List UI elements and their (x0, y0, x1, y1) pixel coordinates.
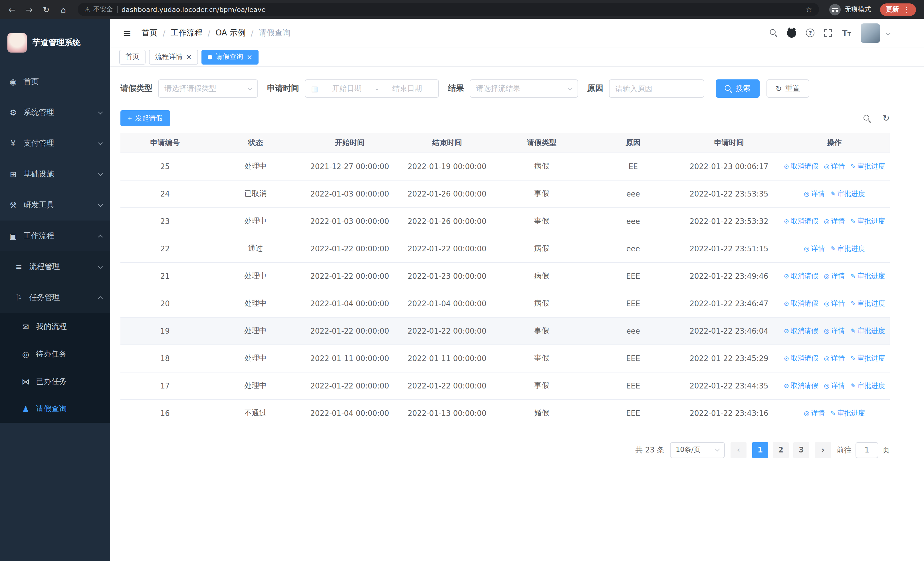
action-label: 详情 (831, 326, 844, 335)
chevron-down-icon (98, 140, 103, 145)
action-cancel-link[interactable]: ⊘取消请假 (784, 381, 818, 391)
action-cancel-link[interactable]: ⊘取消请假 (784, 326, 818, 335)
action-progress-link[interactable]: ✎审批进度 (850, 326, 885, 335)
cell-type: 事假 (496, 344, 588, 372)
back-icon[interactable]: ← (4, 2, 20, 17)
create-leave-button[interactable]: + 发起请假 (120, 110, 170, 126)
toggle-search-icon[interactable] (864, 114, 871, 122)
security-label: 不安全 (93, 5, 113, 14)
sidebar-item-done-tasks[interactable]: ⋈已办任务 (0, 368, 110, 396)
page-size-select[interactable]: 10条/页 (670, 442, 725, 458)
bookmark-star-icon[interactable]: ☆ (806, 5, 812, 14)
sidebar-item-workflow[interactable]: ▣工作流程 (0, 221, 110, 251)
action-detail-link[interactable]: ◎详情 (824, 298, 844, 308)
action-cancel-link[interactable]: ⊘取消请假 (784, 216, 818, 226)
action-detail-link[interactable]: ◎详情 (804, 408, 825, 418)
sidebar-item-leave-query[interactable]: ♟请假查询 (0, 396, 110, 423)
sidebar-collapse-icon[interactable]: ≡ (119, 27, 135, 39)
action-progress-link[interactable]: ✎审批进度 (830, 408, 865, 418)
refresh-table-icon[interactable]: ↻ (883, 113, 890, 123)
close-icon[interactable]: × (246, 53, 252, 60)
cell-apply_time: 2022-01-22 23:51:15 (679, 235, 779, 262)
result-select[interactable]: 请选择流结果 (470, 80, 578, 98)
avatar[interactable] (861, 23, 880, 42)
page-1-button[interactable]: 1 (752, 442, 768, 458)
tab-leave-query[interactable]: 请假查询× (201, 50, 258, 64)
sidebar-item-process-mgmt[interactable]: ≡流程管理 (0, 251, 110, 282)
goto-page-input[interactable] (855, 442, 878, 458)
action-detail-link[interactable]: ◎详情 (804, 244, 825, 253)
action-cancel-link[interactable]: ⊘取消请假 (784, 161, 818, 171)
breadcrumb-item[interactable]: OA 示例 (216, 28, 246, 38)
reset-button[interactable]: ↻ 重置 (766, 80, 809, 98)
action-detail-link[interactable]: ◎详情 (824, 161, 844, 171)
breadcrumb-item[interactable]: 首页 (141, 28, 158, 38)
sidebar-item-dev-tools[interactable]: ⚒研发工具 (0, 190, 110, 221)
sidebar-item-todo-tasks[interactable]: ◎待办任务 (0, 340, 110, 368)
action-detail-link[interactable]: ◎详情 (804, 189, 825, 199)
edit-icon: ✎ (850, 355, 855, 362)
address-bar[interactable]: ⚠ 不安全 dashboard.yudao.iocoder.cn/bpm/oa/… (78, 3, 819, 16)
action-detail-link[interactable]: ◎详情 (824, 271, 844, 281)
fullscreen-icon[interactable] (824, 29, 832, 37)
sidebar-item-my-process[interactable]: ✉我的流程 (0, 313, 110, 340)
apply-time-range-picker[interactable]: ▦ 开始日期 - 结束日期 (305, 80, 439, 98)
action-progress-link[interactable]: ✎审批进度 (850, 381, 885, 391)
action-label: 审批进度 (858, 326, 885, 335)
table-toolbar: + 发起请假 ↻ (120, 110, 890, 126)
search-button[interactable]: 搜索 (716, 80, 760, 98)
action-progress-link[interactable]: ✎审批进度 (830, 189, 865, 199)
close-icon[interactable]: × (186, 53, 192, 60)
action-cancel-link[interactable]: ⊘取消请假 (784, 298, 818, 308)
search-icon[interactable] (770, 29, 778, 36)
sidebar-item-task-mgmt[interactable]: ⚐任务管理 (0, 282, 110, 313)
chevron-down-icon[interactable] (886, 30, 891, 35)
action-progress-link[interactable]: ✎审批进度 (830, 244, 865, 253)
table-row: 24已取消2022-01-03 00:00:002022-01-26 00:00… (120, 180, 890, 208)
action-progress-link[interactable]: ✎审批进度 (850, 161, 885, 171)
sidebar-item-infrastructure[interactable]: ⊞基础设施 (0, 159, 110, 190)
forward-icon[interactable]: → (22, 2, 36, 17)
cell-id: 22 (120, 235, 210, 262)
action-progress-link[interactable]: ✎审批进度 (850, 298, 885, 308)
tab-home[interactable]: 首页 (119, 50, 146, 64)
security-status[interactable]: ⚠ 不安全 (84, 5, 113, 14)
action-progress-link[interactable]: ✎审批进度 (850, 271, 885, 281)
action-detail-link[interactable]: ◎详情 (824, 326, 844, 335)
yen-icon: ¥ (8, 139, 18, 148)
action-detail-link[interactable]: ◎详情 (824, 381, 844, 391)
breadcrumb-item[interactable]: 工作流程 (171, 28, 202, 38)
chevron-down-icon (568, 86, 573, 90)
action-progress-link[interactable]: ✎审批进度 (850, 353, 885, 363)
url-text[interactable]: dashboard.yudao.iocoder.cn/bpm/oa/leave (122, 5, 266, 14)
cell-reason: EEE (587, 262, 679, 290)
cell-apply_time: 2022-01-22 23:43:16 (679, 399, 779, 427)
goto-suffix: 页 (882, 445, 890, 455)
browser-menu-icon[interactable]: ⋮ (903, 5, 910, 14)
cell-status: 处理中 (210, 262, 302, 290)
cell-start: 2022-01-04 00:00:00 (302, 399, 398, 427)
action-detail-link[interactable]: ◎详情 (824, 353, 844, 363)
github-icon[interactable] (787, 28, 796, 38)
action-progress-link[interactable]: ✎审批进度 (850, 216, 885, 226)
next-page-button[interactable]: › (815, 442, 831, 458)
browser-update-button[interactable]: 更新 ⋮ (880, 3, 916, 16)
action-cancel-link[interactable]: ⊘取消请假 (784, 353, 818, 363)
action-detail-link[interactable]: ◎详情 (824, 216, 844, 226)
reload-icon[interactable]: ↻ (39, 2, 54, 17)
help-icon[interactable]: ? (806, 29, 815, 37)
tab-process-detail[interactable]: 流程详情× (149, 50, 198, 64)
sidebar-item-home[interactable]: ◉首页 (0, 66, 110, 97)
sidebar-item-payment[interactable]: ¥支付管理 (0, 128, 110, 159)
eye-icon: ◎ (21, 350, 31, 359)
home-icon[interactable]: ⌂ (56, 2, 71, 17)
trash-icon: ⊘ (784, 217, 789, 225)
font-size-icon[interactable]: TT (842, 28, 851, 38)
action-cancel-link[interactable]: ⊘取消请假 (784, 271, 818, 281)
page-2-button[interactable]: 2 (773, 442, 789, 458)
sidebar-item-system[interactable]: ⚙系统管理 (0, 97, 110, 128)
prev-page-button[interactable]: ‹ (730, 442, 747, 458)
reason-input[interactable] (615, 84, 698, 93)
leave-type-select[interactable]: 请选择请假类型 (158, 80, 258, 98)
page-3-button[interactable]: 3 (793, 442, 809, 458)
